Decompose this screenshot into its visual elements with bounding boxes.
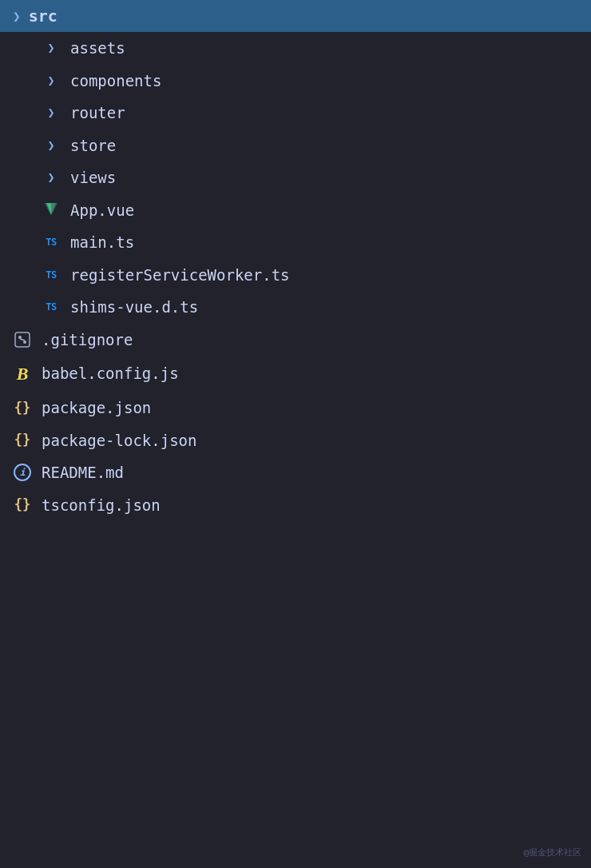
chevron-down-icon: ❯	[13, 9, 21, 24]
chevron-right-icon: ❯	[42, 39, 61, 58]
file-register-service-worker[interactable]: TS registerServiceWorker.ts	[0, 259, 591, 292]
file-babel-config-label: babel.config.js	[42, 362, 179, 385]
file-package-lock-json-label: package-lock.json	[42, 429, 196, 452]
git-icon	[13, 331, 32, 348]
json-icon: {}	[13, 430, 32, 451]
ts-icon: TS	[42, 235, 61, 249]
ts-icon: TS	[42, 300, 61, 314]
file-package-json-label: package.json	[42, 396, 151, 420]
folder-router[interactable]: ❯ router	[0, 97, 591, 129]
file-shims-vue-label: shims-vue.d.ts	[70, 296, 198, 319]
file-app-vue-label: App.vue	[70, 199, 134, 222]
readme-icon: i	[13, 464, 32, 481]
file-package-json[interactable]: {} package.json	[0, 392, 591, 424]
babel-icon: B	[13, 360, 32, 387]
folder-store[interactable]: ❯ store	[0, 129, 591, 162]
chevron-right-icon: ❯	[42, 137, 61, 155]
folder-router-label: router	[70, 102, 125, 125]
file-main-ts[interactable]: TS main.ts	[0, 226, 591, 259]
file-package-lock-json[interactable]: {} package-lock.json	[0, 424, 591, 457]
folder-views-label: views	[70, 166, 116, 189]
file-gitignore-label: .gitignore	[42, 328, 133, 352]
svg-point-5	[18, 336, 22, 339]
file-app-vue[interactable]: App.vue	[0, 194, 591, 227]
folder-store-label: store	[70, 134, 116, 157]
file-tree: ❯ src ❯ assets ❯ components ❯ router ❯ s…	[0, 0, 591, 868]
file-gitignore[interactable]: .gitignore	[0, 324, 591, 356]
vue-icon	[42, 202, 61, 218]
file-babel-config[interactable]: B babel.config.js	[0, 356, 591, 392]
file-readme[interactable]: i README.md	[0, 456, 591, 489]
folder-components-label: components	[70, 70, 161, 93]
ts-icon: TS	[42, 268, 61, 282]
folder-views[interactable]: ❯ views	[0, 161, 591, 194]
chevron-right-icon: ❯	[42, 72, 61, 90]
folder-components[interactable]: ❯ components	[0, 65, 591, 98]
svg-line-7	[20, 339, 25, 340]
file-shims-vue[interactable]: TS shims-vue.d.ts	[0, 291, 591, 324]
file-tsconfig-json-label: tsconfig.json	[42, 494, 161, 517]
file-main-ts-label: main.ts	[70, 231, 134, 254]
svg-point-6	[23, 340, 26, 344]
json-icon: {}	[13, 495, 32, 516]
src-folder-header[interactable]: ❯ src	[0, 0, 591, 32]
src-folder-label: src	[29, 6, 58, 26]
folder-assets-label: assets	[70, 37, 125, 60]
file-readme-label: README.md	[42, 461, 124, 484]
file-register-service-worker-label: registerServiceWorker.ts	[70, 264, 290, 287]
json-icon: {}	[13, 398, 32, 419]
chevron-right-icon: ❯	[42, 169, 61, 187]
folder-assets[interactable]: ❯ assets	[0, 32, 591, 65]
chevron-right-icon: ❯	[42, 104, 61, 122]
watermark: @掘金技术社区	[523, 846, 581, 858]
file-tsconfig-json[interactable]: {} tsconfig.json	[0, 489, 591, 522]
